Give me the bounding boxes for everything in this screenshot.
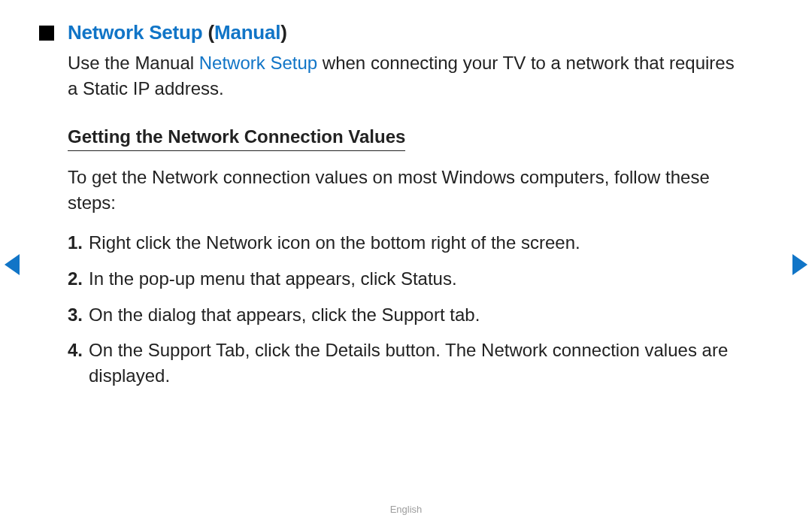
intro-before: Use the Manual	[68, 53, 199, 73]
footer-language: English	[0, 504, 812, 515]
list-item: Right click the Network icon on the bott…	[68, 230, 744, 256]
subintro-text: To get the Network connection values on …	[68, 165, 744, 215]
heading-part-manual: Manual	[214, 21, 280, 44]
next-page-arrow-icon[interactable]	[792, 254, 807, 275]
intro-text: Use the Manual Network Setup when connec…	[68, 50, 744, 101]
subheading-wrap: Getting the Network Connection Values	[68, 126, 405, 151]
heading-part-blue: Network Setup	[68, 21, 208, 44]
heading-paren-open: (	[208, 21, 214, 44]
intro-keyword: Network Setup	[199, 53, 317, 73]
heading-paren-close: )	[280, 21, 286, 44]
section-heading: Network Setup (Manual)	[68, 21, 287, 44]
heading-row: Network Setup (Manual)	[68, 21, 744, 44]
list-item: In the pop-up menu that appears, click S…	[68, 266, 744, 292]
list-item: On the Support Tab, click the Details bu…	[68, 338, 744, 388]
page-content: Network Setup (Manual) Use the Manual Ne…	[0, 0, 812, 388]
steps-list: Right click the Network icon on the bott…	[68, 230, 744, 388]
subheading: Getting the Network Connection Values	[68, 126, 405, 151]
square-bullet-icon	[39, 26, 54, 41]
previous-page-arrow-icon[interactable]	[5, 254, 20, 275]
list-item: On the dialog that appears, click the Su…	[68, 302, 744, 328]
